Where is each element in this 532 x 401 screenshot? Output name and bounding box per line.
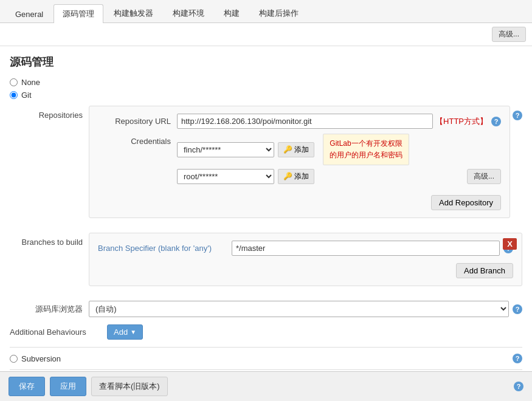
repositories-help-icon[interactable]: ? [513, 111, 522, 120]
add-dropdown-container: Add ▼ [107, 324, 143, 340]
credentials-label: Credentials [98, 134, 177, 146]
repo-url-row: Repository URL 【HTTP方式】 ? [98, 114, 501, 129]
tab-scm[interactable]: 源码管理 [54, 4, 103, 23]
radio-none-label: None [21, 78, 40, 87]
tabs-bar: General 源码管理 构建触发器 构建环境 构建 构建后操作 [0, 0, 532, 23]
clearfix-2: Add Branch [98, 261, 513, 278]
radio-git[interactable]: Git [10, 91, 522, 100]
add-behaviour-button[interactable]: Add ▼ [107, 324, 143, 340]
apply-button[interactable]: 应用 [50, 377, 86, 396]
section-title: 源码管理 [10, 55, 522, 69]
branches-block: X Branch Specifier (blank for 'any') ? A… [89, 233, 522, 286]
source-browser-select[interactable]: (自动) [89, 301, 509, 317]
add-branch-button[interactable]: Add Branch [456, 263, 513, 278]
repositories-block: Repository URL 【HTTP方式】 ? Credentials fi… [89, 106, 510, 218]
top-right-bar: 高级... [0, 23, 532, 46]
repo-url-help-icon[interactable]: ? [491, 117, 501, 126]
source-browser-row: 源码库浏览器 (自动) ? [10, 301, 522, 317]
add-dropdown-label: Add [114, 327, 128, 337]
branch-specifier-row: Branch Specifier (blank for 'any') ? [98, 241, 513, 256]
http-badge: 【HTTP方式】 [435, 116, 488, 127]
branches-label: Branches to build [10, 233, 89, 295]
remove-branch-btn[interactable]: X [503, 238, 517, 250]
divider-2 [10, 369, 522, 370]
source-browser-label: 源码库浏览器 [10, 304, 89, 315]
subversion-row: Subversion ? [10, 354, 522, 363]
advanced-button[interactable]: 高级... [492, 27, 526, 42]
add-icon-1: 🔑 [283, 145, 292, 154]
bottom-help-icon[interactable]: ? [514, 382, 523, 391]
radio-group-scm: None Git [10, 78, 522, 100]
radio-none[interactable]: None [10, 78, 522, 87]
additional-behaviours-row: Additional Behaviours Add ▼ [10, 324, 522, 340]
add-icon-2: 🔑 [283, 172, 292, 180]
save-button[interactable]: 保存 [9, 377, 45, 396]
repo-url-input[interactable] [177, 114, 433, 129]
clearfix-1: Add Repository [98, 193, 501, 210]
branch-specifier-control [232, 241, 500, 256]
tab-build[interactable]: 构建 [215, 4, 249, 22]
subversion-label: Subversion [21, 354, 61, 363]
tooltip-box: GitLab一个有开发权限的用户的用户名和密码 [323, 134, 409, 165]
add-cred-btn-1[interactable]: 🔑 添加 [278, 142, 314, 157]
bottom-bar: 保存 应用 查看脚本(旧版本) ? [0, 371, 532, 401]
add-repository-button[interactable]: Add Repository [431, 195, 501, 210]
credentials-row: Credentials finch/****** 🔑 添加 GitLab一 [98, 134, 501, 188]
credentials-select-1[interactable]: finch/****** [177, 142, 274, 157]
credentials-control: finch/****** 🔑 添加 GitLab一个有开发权限的用户的用户名和密… [177, 134, 501, 188]
repo-url-control: 【HTTP方式】 [177, 114, 488, 129]
additional-behaviours-label: Additional Behaviours [10, 327, 107, 337]
radio-git-input[interactable] [10, 91, 18, 99]
branch-specifier-input[interactable] [232, 241, 500, 256]
branches-section: Branches to build X Branch Specifier (bl… [10, 233, 522, 295]
branch-specifier-label: Branch Specifier (blank for 'any') [98, 244, 232, 253]
cred-row-1: finch/****** 🔑 添加 GitLab一个有开发权限的用户的用户名和密… [177, 134, 501, 165]
tab-post[interactable]: 构建后操作 [250, 4, 308, 22]
source-browser-help-icon[interactable]: ? [513, 304, 522, 314]
adv-cred-btn[interactable]: 高级... [467, 169, 501, 184]
repositories-label: Repositories [10, 106, 89, 227]
radio-subversion-input[interactable] [10, 355, 18, 363]
radio-git-label: Git [21, 91, 32, 100]
repositories-section: Repositories Repository URL 【HTTP方式】 ? C… [10, 106, 522, 227]
credentials-select-2[interactable]: root/****** [177, 169, 274, 184]
view-script-button[interactable]: 查看脚本(旧版本) [91, 377, 168, 396]
repo-url-label: Repository URL [98, 117, 177, 126]
tab-trigger[interactable]: 构建触发器 [105, 4, 162, 22]
main-content: 源码管理 None Git Repositories Repository UR… [0, 46, 532, 401]
divider [10, 347, 522, 348]
add-cred-btn-2[interactable]: 🔑 添加 [278, 169, 314, 184]
subversion-help-icon[interactable]: ? [513, 354, 522, 363]
cred-row-2: root/****** 🔑 添加 高级... [177, 169, 501, 184]
dropdown-arrow-icon: ▼ [130, 329, 136, 335]
radio-subversion[interactable]: Subversion [10, 354, 61, 363]
branches-content: X Branch Specifier (blank for 'any') ? A… [89, 233, 522, 295]
tab-env[interactable]: 构建环境 [164, 4, 213, 22]
tab-general[interactable]: General [6, 5, 52, 22]
radio-none-input[interactable] [10, 78, 18, 86]
repositories-content: Repository URL 【HTTP方式】 ? Credentials fi… [89, 106, 510, 227]
